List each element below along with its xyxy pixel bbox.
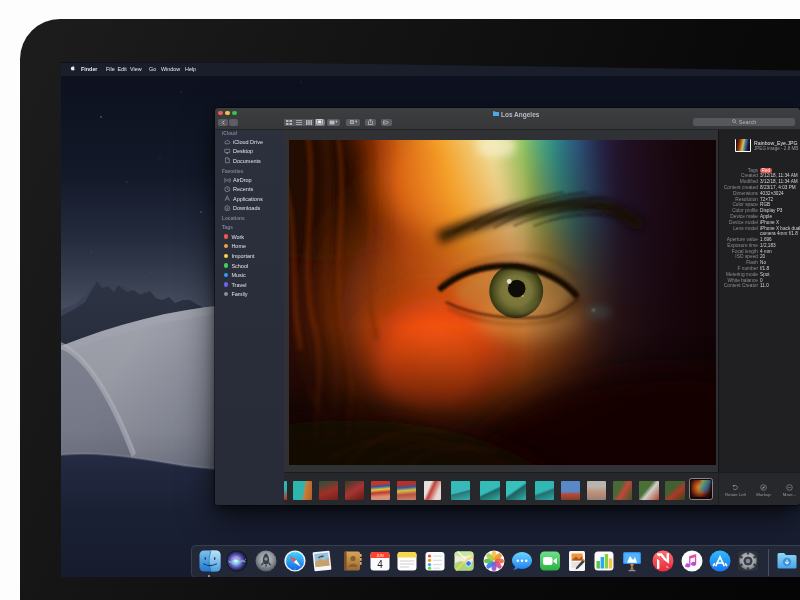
svg-text:JUN: JUN (376, 554, 383, 558)
svg-text:4: 4 (377, 559, 383, 570)
